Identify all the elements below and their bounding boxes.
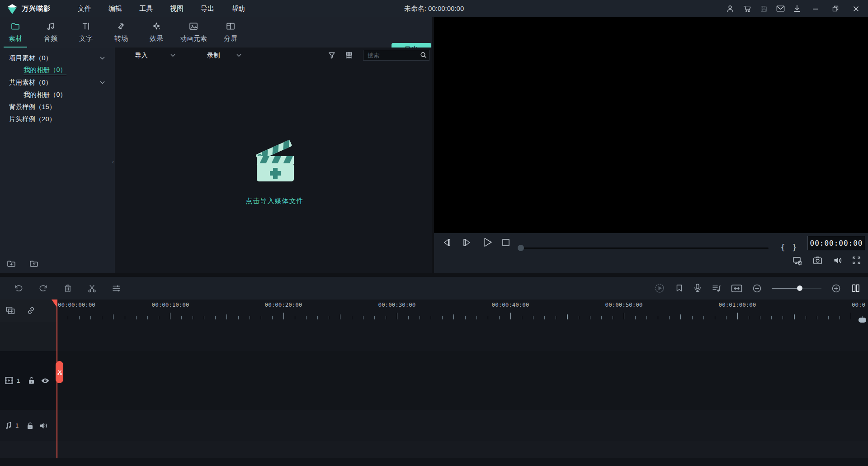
audio-track-header: 1	[0, 410, 57, 441]
redo-icon[interactable]	[38, 283, 48, 293]
folder-icon	[10, 21, 20, 31]
audio-track-row: 1	[0, 410, 868, 441]
minimize-button[interactable]	[809, 3, 821, 14]
zoom-in-icon[interactable]	[831, 284, 841, 293]
timeline-zoom-slider[interactable]	[772, 285, 821, 291]
lock-icon[interactable]	[26, 422, 34, 430]
render-preview-icon[interactable]	[654, 283, 665, 294]
delete-icon[interactable]	[63, 284, 72, 293]
add-folder-icon[interactable]	[6, 259, 17, 269]
voiceover-mic-icon[interactable]	[693, 283, 702, 293]
tab-media[interactable]: 素材	[4, 17, 27, 48]
timeline-ruler-row: 00:00:00:00 00:00:10:00 00:00:20:00 00:0…	[0, 300, 868, 322]
record-dropdown[interactable]: 录制	[207, 51, 241, 60]
tab-split-screen[interactable]: 分屏	[219, 17, 242, 48]
playhead-flag[interactable]	[52, 300, 57, 307]
search-icon[interactable]	[420, 51, 427, 59]
sidebar-item-background-samples[interactable]: 背景样例（15）	[0, 101, 115, 113]
sidebar-collapse-handle[interactable]: ‹	[112, 158, 114, 165]
chevron-down-icon	[170, 54, 175, 57]
split-screen-icon	[226, 21, 236, 31]
restore-button[interactable]	[830, 3, 841, 14]
menu-tools[interactable]: 工具	[134, 3, 158, 15]
import-hint-text: 点击导入媒体文件	[246, 197, 304, 205]
speaker-icon[interactable]	[39, 422, 48, 429]
tab-elements[interactable]: 动画元素	[180, 17, 207, 48]
delete-folder-icon[interactable]	[29, 259, 40, 269]
menu-view[interactable]: 视图	[165, 3, 189, 15]
display-settings-icon[interactable]	[793, 256, 803, 266]
tab-label: 转场	[114, 34, 128, 43]
filter-icon[interactable]	[328, 51, 336, 59]
effects-icon	[151, 21, 161, 31]
mail-icon[interactable]	[776, 5, 785, 12]
menu-help[interactable]: 帮助	[226, 3, 250, 15]
volume-icon[interactable]	[833, 256, 843, 265]
tab-label: 素材	[9, 34, 22, 43]
video-viewport[interactable]	[434, 17, 868, 233]
panel-divider-vertical	[432, 17, 434, 273]
audio-track-lane[interactable]	[57, 410, 868, 441]
timeline-ruler[interactable]: 00:00:00:00 00:00:10:00 00:00:20:00 00:0…	[57, 300, 868, 322]
cart-icon[interactable]	[743, 5, 751, 13]
import-dropdown[interactable]: 导入	[135, 51, 175, 60]
next-frame-icon[interactable]	[462, 238, 472, 247]
previous-frame-icon[interactable]	[442, 238, 452, 247]
play-icon[interactable]	[482, 237, 493, 248]
track-manager-icon[interactable]	[851, 283, 861, 293]
link-icon[interactable]	[26, 306, 36, 315]
playhead-cut-handle[interactable]	[56, 361, 63, 383]
chevron-down-icon[interactable]	[100, 81, 105, 84]
title-bar: 万兴喵影 文件 编辑 工具 视图 导出 帮助	[0, 0, 868, 17]
undo-icon[interactable]	[14, 283, 24, 293]
ruler-label: 00:00:30:00	[378, 301, 416, 308]
account-icon[interactable]	[726, 5, 734, 13]
tab-effects[interactable]: 效果	[145, 17, 168, 48]
music-note-icon	[46, 21, 56, 31]
adjust-icon[interactable]	[112, 284, 121, 293]
lower-row-body	[57, 441, 868, 458]
tab-label: 音频	[44, 34, 57, 43]
fullscreen-icon[interactable]	[852, 256, 861, 265]
timeline-gap-row	[0, 322, 868, 351]
seek-bar[interactable]	[521, 247, 769, 249]
download-icon[interactable]	[793, 5, 801, 13]
timeline-scrollbar-handle[interactable]	[859, 318, 866, 323]
stop-icon[interactable]	[502, 238, 510, 247]
tab-text[interactable]: 文字	[74, 17, 98, 48]
snapshot-icon[interactable]	[813, 256, 822, 265]
eye-icon[interactable]	[41, 377, 50, 384]
seek-handle[interactable]	[518, 245, 524, 251]
sidebar-item-my-album[interactable]: 我的相册（0）	[0, 64, 115, 76]
video-track-lane[interactable]	[57, 351, 868, 410]
grid-view-icon[interactable]	[345, 51, 353, 59]
sidebar-item-shared-album[interactable]: 我的相册（0）	[0, 89, 115, 101]
elements-icon	[189, 21, 198, 31]
zoom-slider-handle[interactable]	[797, 285, 802, 291]
menu-file[interactable]: 文件	[72, 3, 97, 15]
lock-icon[interactable]	[28, 376, 35, 385]
marker-icon[interactable]	[675, 284, 684, 293]
tab-transition[interactable]: 转场	[109, 17, 133, 48]
menu-edit[interactable]: 编辑	[103, 3, 127, 15]
import-media-dropzone[interactable]: 点击导入媒体文件	[246, 133, 304, 205]
mark-in-icon[interactable]: {	[780, 243, 785, 252]
video-track-header: 1	[0, 351, 57, 410]
sidebar-item-project-media[interactable]: 项目素材（0）	[0, 52, 115, 64]
split-scissors-icon[interactable]	[87, 284, 97, 293]
timeline-bottom-strip	[0, 458, 868, 466]
add-track-icon[interactable]	[5, 306, 16, 315]
mark-out-icon[interactable]: }	[792, 243, 797, 252]
audio-mixer-icon[interactable]	[712, 284, 721, 293]
menu-export[interactable]: 导出	[195, 3, 220, 15]
fit-timeline-icon[interactable]	[731, 284, 742, 293]
chevron-down-icon[interactable]	[100, 57, 105, 60]
audio-track-icon	[5, 421, 12, 430]
sidebar-item-shared-media[interactable]: 共用素材（0）	[0, 76, 115, 89]
sidebar-item-intro-samples[interactable]: 片头样例（20）	[0, 113, 115, 125]
preview-panel: { } 00:00:00:00	[434, 17, 868, 273]
asset-tab-bar: 素材 音频 文字 转场	[0, 17, 434, 48]
close-button[interactable]	[850, 3, 862, 14]
zoom-out-icon[interactable]	[752, 284, 762, 293]
tab-audio[interactable]: 音频	[39, 17, 62, 48]
